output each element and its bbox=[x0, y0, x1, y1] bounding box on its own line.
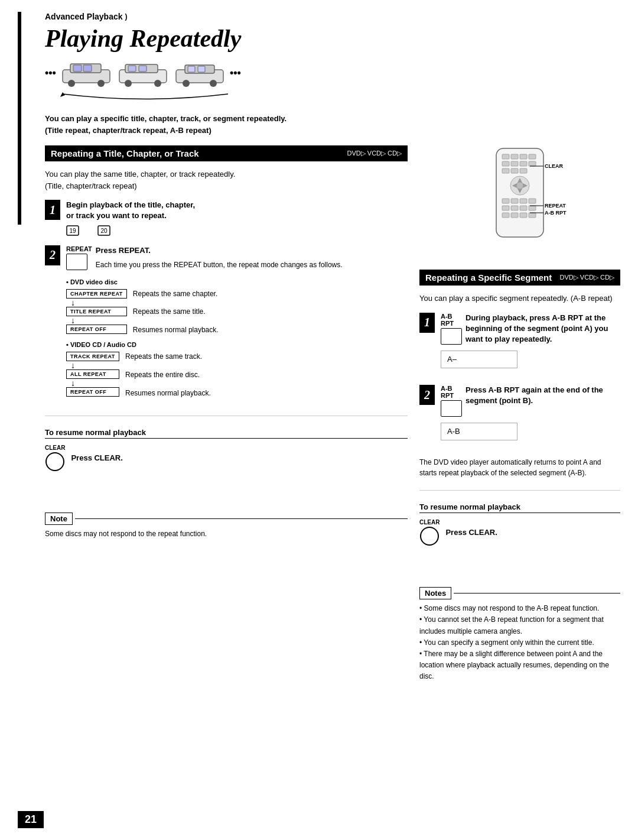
svg-rect-30 bbox=[520, 161, 527, 166]
step-1: 1 Begin playback of the title, chapter, … bbox=[45, 200, 408, 235]
repeat-arrow bbox=[57, 91, 620, 107]
svg-text:20: 20 bbox=[101, 228, 108, 234]
notes-section-right: Notes • Some discs may not respond to th… bbox=[419, 587, 620, 682]
step-2: 2 REPEAT Press REPEAT. Each time you pre… bbox=[45, 245, 408, 404]
right-step-2: 2 A-B RPT Press A-B RPT again at the end… bbox=[419, 385, 620, 447]
left-section-header: Repeating a Title, Chapter, or Track DVD… bbox=[45, 145, 408, 161]
svg-rect-24 bbox=[502, 154, 509, 159]
vcd-flow: TRACK REPEAT ↓ ALL REPEAT ↓ REPEAT OFF R… bbox=[66, 352, 408, 398]
svg-rect-49 bbox=[502, 213, 509, 218]
clear-button-left bbox=[45, 452, 64, 471]
svg-text:CLEAR: CLEAR bbox=[545, 163, 563, 169]
page-number-area: 21 bbox=[18, 811, 44, 828]
svg-rect-25 bbox=[511, 154, 518, 159]
svg-point-2 bbox=[68, 80, 75, 87]
main-content: Repeating a Title, Chapter, or Track DVD… bbox=[45, 145, 620, 682]
right-section-header: Repeating a Specific Segment DVD▷ VCD▷ C… bbox=[419, 270, 620, 286]
right-step-1: 1 A-B RPT During playback, press A-B RPT… bbox=[419, 313, 620, 376]
display-a: A– bbox=[441, 351, 517, 368]
remote-illustration: CLEAR REPEAT A-B RPT bbox=[419, 145, 620, 264]
svg-rect-10 bbox=[128, 66, 136, 72]
svg-text:19: 19 bbox=[69, 228, 76, 234]
svg-point-15 bbox=[210, 80, 217, 87]
svg-text:A-B RPT: A-B RPT bbox=[545, 210, 567, 216]
display-ab: A-B bbox=[441, 423, 517, 440]
svg-rect-46 bbox=[511, 206, 518, 210]
left-column: Repeating a Title, Chapter, or Track DVD… bbox=[45, 145, 408, 682]
svg-rect-52 bbox=[529, 213, 536, 218]
svg-rect-41 bbox=[502, 199, 509, 203]
svg-rect-34 bbox=[520, 168, 527, 173]
svg-rect-50 bbox=[511, 213, 518, 218]
svg-rect-5 bbox=[83, 65, 92, 72]
right-resume-section: To resume normal playback CLEAR Press CL… bbox=[419, 502, 620, 546]
dvd-flow: CHAPTER REPEAT ↓ TITLE REPEAT ↓ REPEAT O… bbox=[66, 289, 408, 335]
right-divider bbox=[419, 490, 620, 491]
svg-point-40 bbox=[516, 182, 523, 189]
svg-rect-31 bbox=[529, 161, 536, 166]
note-section-left: Note Some discs may not respond to the r… bbox=[45, 513, 408, 540]
svg-rect-42 bbox=[511, 199, 518, 203]
page-number: 21 bbox=[18, 811, 44, 828]
svg-rect-47 bbox=[520, 206, 527, 210]
svg-rect-27 bbox=[529, 154, 536, 159]
car-2 bbox=[116, 58, 170, 87]
svg-rect-45 bbox=[502, 206, 509, 210]
cars-illustration: ••• bbox=[45, 58, 620, 87]
car-1 bbox=[60, 58, 113, 87]
svg-rect-44 bbox=[529, 199, 536, 203]
svg-point-9 bbox=[154, 80, 161, 87]
svg-rect-16 bbox=[188, 66, 195, 72]
svg-point-8 bbox=[125, 80, 132, 87]
svg-point-3 bbox=[97, 80, 105, 87]
svg-rect-43 bbox=[520, 199, 527, 203]
left-divider bbox=[45, 416, 408, 416]
description-text: You can play a specific title, chapter, … bbox=[45, 113, 620, 136]
svg-rect-32 bbox=[502, 168, 509, 173]
right-column: CLEAR REPEAT A-B RPT Repeating a Specifi… bbox=[419, 145, 620, 682]
svg-rect-48 bbox=[529, 206, 536, 210]
left-subtext: You can play the same title, chapter, or… bbox=[45, 168, 408, 192]
header-section: Advanced Playback ) Playing Repeatedly •… bbox=[45, 12, 620, 136]
svg-rect-28 bbox=[502, 161, 509, 166]
page-title: Playing Repeatedly bbox=[45, 25, 620, 52]
svg-rect-26 bbox=[520, 154, 527, 159]
left-resume-section: To resume normal playback CLEAR Press CL… bbox=[45, 428, 408, 471]
svg-rect-33 bbox=[511, 168, 518, 173]
left-vertical-bar bbox=[18, 12, 21, 225]
clear-button-right bbox=[420, 527, 439, 546]
notes-list: • Some discs may not respond to the A-B … bbox=[419, 603, 620, 682]
svg-point-14 bbox=[183, 80, 190, 87]
svg-text:REPEAT: REPEAT bbox=[545, 203, 566, 209]
breadcrumb: Advanced Playback ) bbox=[45, 12, 620, 21]
svg-rect-17 bbox=[198, 66, 205, 72]
svg-rect-29 bbox=[511, 161, 518, 166]
svg-rect-11 bbox=[139, 66, 147, 72]
svg-marker-18 bbox=[60, 92, 65, 97]
car-3 bbox=[173, 58, 226, 87]
svg-rect-4 bbox=[73, 65, 82, 72]
svg-rect-51 bbox=[520, 213, 527, 218]
